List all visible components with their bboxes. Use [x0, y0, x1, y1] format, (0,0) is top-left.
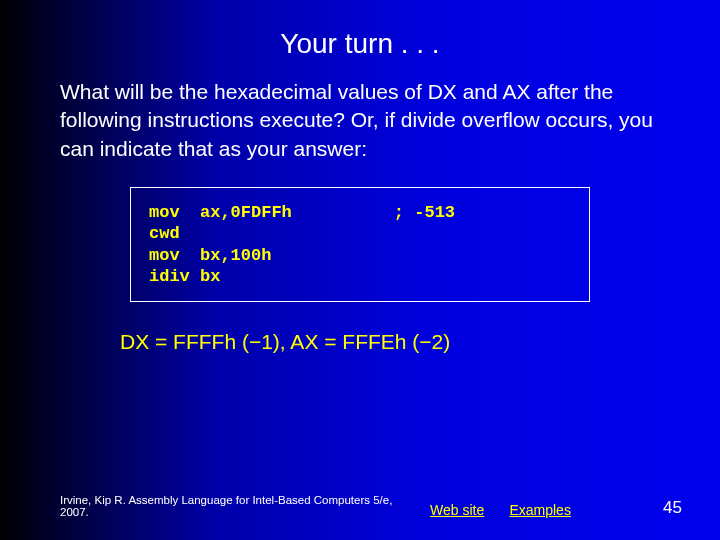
question-text: What will be the hexadecimal values of D…: [60, 78, 660, 163]
slide-title: Your turn . . .: [0, 0, 720, 78]
answer-text: DX = FFFFh (−1), AX = FFFEh (−2): [120, 330, 660, 354]
code-box: mov ax,0FDFFh ; -513 cwd mov bx,100h idi…: [130, 187, 590, 302]
page-number: 45: [663, 498, 690, 518]
code-listing: mov ax,0FDFFh ; -513 cwd mov bx,100h idi…: [149, 202, 571, 287]
slide-content: What will be the hexadecimal values of D…: [0, 78, 720, 354]
footer: Irvine, Kip R. Assembly Language for Int…: [60, 494, 690, 518]
footer-links: Web site Examples: [400, 502, 663, 518]
citation-text: Irvine, Kip R. Assembly Language for Int…: [60, 494, 400, 518]
examples-link[interactable]: Examples: [509, 502, 570, 518]
website-link[interactable]: Web site: [430, 502, 484, 518]
